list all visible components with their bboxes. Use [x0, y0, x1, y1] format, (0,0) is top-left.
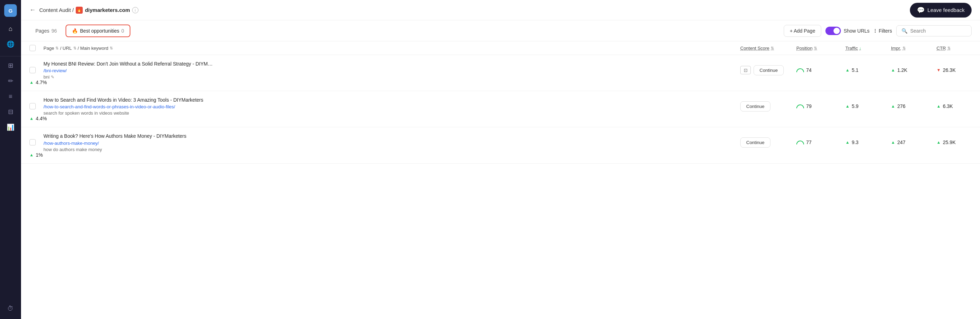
row-2-traffic-val: 276 — [897, 104, 905, 109]
sort-page-icon: ⇅ — [56, 46, 59, 51]
sort-traffic-icon: ↓ — [859, 46, 861, 50]
row-1-title: My Honest BNI Review: Don't Join Without… — [43, 61, 740, 67]
tabs: Pages 96 🔥 Best opportunities 0 — [29, 24, 130, 37]
row-1-position-arrow: ▲ — [845, 68, 850, 73]
row-3-ctr: ▲ 1% — [29, 152, 43, 158]
col-page-label: Page — [43, 46, 54, 51]
row-1-checkbox[interactable] — [29, 67, 36, 73]
search-icon: 🔍 — [902, 28, 907, 33]
table-icon[interactable]: ⊟ — [4, 105, 17, 118]
filters-icon: ⫶ — [874, 28, 877, 34]
leave-feedback-button[interactable]: 💬 Leave feedback — [910, 3, 972, 18]
domain-name: diymarketers.com — [85, 7, 130, 13]
show-urls-toggle: Show URLs — [826, 27, 870, 35]
row-3-traffic-arrow: ▲ — [891, 140, 895, 145]
row-1-position-val: 5.1 — [852, 67, 858, 73]
breadcrumb: ← Content Audit / 🔥 diymarketers.com i — [29, 6, 138, 14]
row-2-checkbox[interactable] — [29, 103, 36, 109]
row-1-score-val: 74 — [806, 67, 812, 73]
col-page[interactable]: Page ⇅ / URL ⇅ / Main keyword ⇅ — [43, 45, 740, 51]
feedback-label: Leave feedback — [928, 7, 964, 13]
col-checkbox — [29, 45, 43, 51]
row-1-url[interactable]: /bni-review/ — [43, 68, 740, 73]
row-1-split-view-button[interactable]: ⊡ — [740, 66, 751, 74]
list-icon[interactable]: ≡ — [4, 90, 17, 103]
row-2-page-cell: How to Search and Find Words in Video: 3… — [43, 97, 740, 116]
opportunities-label: Best opportunities — [80, 28, 119, 33]
row-2-checkbox-cell — [29, 103, 43, 109]
row-1-ctr-val: 4.7% — [36, 80, 47, 85]
row-1-edit-icon[interactable]: ✎ — [51, 75, 54, 80]
globe-icon[interactable]: 🌐 — [4, 38, 17, 51]
col-position-label: Position — [796, 46, 813, 51]
top-header: ← Content Audit / 🔥 diymarketers.com i 💬… — [21, 0, 980, 20]
col-traffic[interactable]: Traffic ↓ — [845, 45, 891, 51]
avatar[interactable]: G — [4, 4, 17, 17]
row-2-impr-arrow: ▲ — [937, 104, 941, 108]
row-1-continue-button[interactable]: Continue — [754, 65, 784, 75]
add-page-button[interactable]: + Add Page — [784, 25, 821, 37]
row-3-position-arrow: ▲ — [845, 140, 850, 145]
row-1-traffic-val: 1.2K — [897, 67, 907, 73]
row-3-position: ▲ 9.3 — [845, 140, 891, 145]
history-icon[interactable]: ⏱ — [4, 302, 17, 315]
col-content-score[interactable]: Content Score ⇅ — [740, 45, 796, 51]
sort-impr-icon: ⇅ — [902, 46, 906, 51]
sort-position-icon: ⇅ — [814, 46, 817, 51]
row-3-continue-cell: Continue — [740, 137, 796, 148]
row-1-ctr: ▲ 4.7% — [29, 80, 43, 85]
chart-icon[interactable]: 📊 — [4, 121, 17, 134]
row-3-impr-val: 25.9K — [943, 140, 956, 145]
row-3-traffic-val: 247 — [897, 140, 905, 145]
row-3-page-cell: Writing a Book? Here's How Authors Make … — [43, 133, 740, 152]
row-2-continue-button[interactable]: Continue — [740, 101, 770, 112]
row-3-url[interactable]: /how-authors-make-money/ — [43, 140, 740, 146]
row-2-score-arc — [796, 104, 804, 108]
row-2-ctr: ▲ 4.4% — [29, 116, 43, 121]
select-all-checkbox[interactable] — [29, 45, 36, 51]
row-2-keyword: search for spoken words in videos websit… — [43, 110, 740, 116]
table-header: Page ⇅ / URL ⇅ / Main keyword ⇅ Content … — [21, 41, 980, 55]
row-3-ctr-arrow: ▲ — [29, 153, 33, 157]
row-1-impr: ▼ 26.3K — [937, 67, 972, 73]
fire-icon: 🔥 — [72, 28, 78, 33]
edit-icon[interactable]: ✏ — [4, 75, 17, 87]
row-3-continue-button[interactable]: Continue — [740, 137, 770, 148]
row-1-impr-arrow: ▼ — [937, 68, 941, 73]
pages-label: Pages — [35, 28, 49, 33]
row-2-position-arrow: ▲ — [845, 104, 850, 108]
tab-pages[interactable]: Pages 96 — [29, 25, 63, 37]
row-3-checkbox[interactable] — [29, 139, 36, 145]
search-box[interactable]: 🔍 — [896, 25, 972, 37]
info-icon[interactable]: i — [132, 7, 138, 13]
tab-actions: + Add Page Show URLs ⫶ Filters 🔍 — [784, 25, 972, 37]
col-position[interactable]: Position ⇅ — [796, 45, 845, 51]
col-slash-2: / Main keyword — [78, 46, 108, 51]
row-3-score-val: 77 — [806, 140, 812, 145]
search-input[interactable] — [910, 28, 966, 33]
row-2-continue-cell: Continue — [740, 101, 796, 112]
col-traffic-label: Traffic — [845, 46, 858, 51]
tab-bar: Pages 96 🔥 Best opportunities 0 + Add Pa… — [21, 20, 980, 41]
row-3-keyword: how do authors make money — [43, 147, 740, 152]
row-1-page-cell: My Honest BNI Review: Don't Join Without… — [43, 61, 740, 80]
row-2-position-val: 5.9 — [852, 104, 858, 109]
home-icon[interactable]: ⌂ — [4, 22, 17, 35]
row-2-url[interactable]: /how-to-search-and-find-words-or-phrases… — [43, 104, 740, 109]
add-page-label: + Add Page — [790, 28, 815, 33]
row-1-position: ▲ 5.1 — [845, 67, 891, 73]
table-row: How to Search and Find Words in Video: 3… — [21, 91, 980, 127]
back-button[interactable]: ← — [29, 6, 36, 14]
table-row: Writing a Book? Here's How Authors Make … — [21, 127, 980, 163]
col-ctr[interactable]: CTR ⇅ — [937, 45, 972, 51]
col-content-score-label: Content Score — [740, 46, 769, 51]
main-content: ← Content Audit / 🔥 diymarketers.com i 💬… — [21, 0, 980, 319]
sidebar: G ⌂ 🌐 ⊞ ✏ ≡ ⊟ 📊 ⏱ — [0, 0, 21, 319]
grid-icon[interactable]: ⊞ — [4, 59, 17, 72]
show-urls-switch[interactable] — [826, 27, 841, 35]
tab-best-opportunities[interactable]: 🔥 Best opportunities 0 — [65, 24, 130, 37]
filters-button[interactable]: ⫶ Filters — [874, 28, 892, 34]
row-2-score: 79 — [796, 104, 845, 109]
col-impr[interactable]: Impr. ⇅ — [891, 45, 937, 51]
row-3-title: Writing a Book? Here's How Authors Make … — [43, 133, 740, 139]
